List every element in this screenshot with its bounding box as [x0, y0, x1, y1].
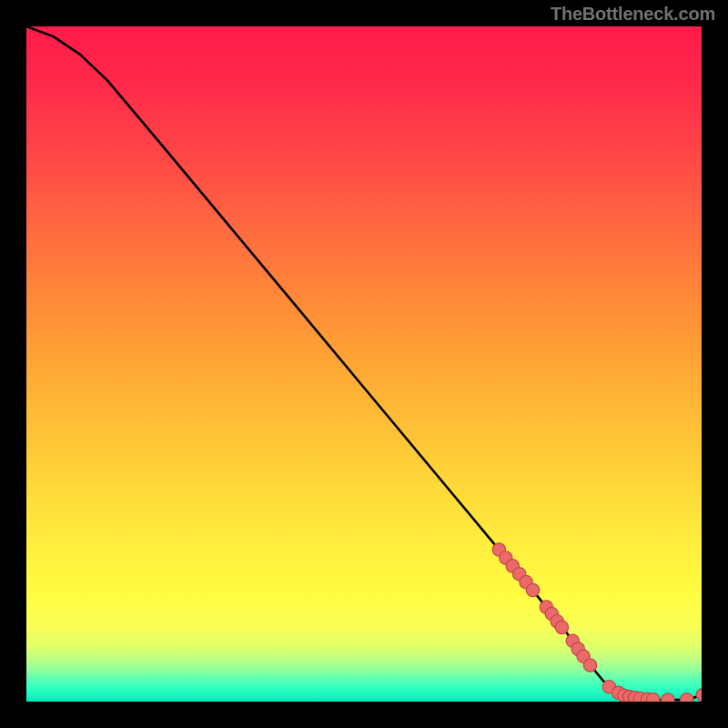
- data-marker: [680, 693, 693, 702]
- attribution-text: TheBottleneck.com: [551, 4, 715, 25]
- data-marker: [646, 693, 659, 702]
- data-marker: [555, 621, 568, 633]
- data-marker: [526, 583, 539, 596]
- marker-group: [492, 543, 702, 702]
- plot-area: [26, 26, 702, 702]
- data-marker: [583, 659, 596, 672]
- chart-svg: [26, 26, 702, 702]
- main-curve: [26, 26, 702, 700]
- data-marker: [662, 693, 674, 702]
- data-marker: [696, 688, 702, 701]
- chart-frame: TheBottleneck.com: [0, 0, 728, 728]
